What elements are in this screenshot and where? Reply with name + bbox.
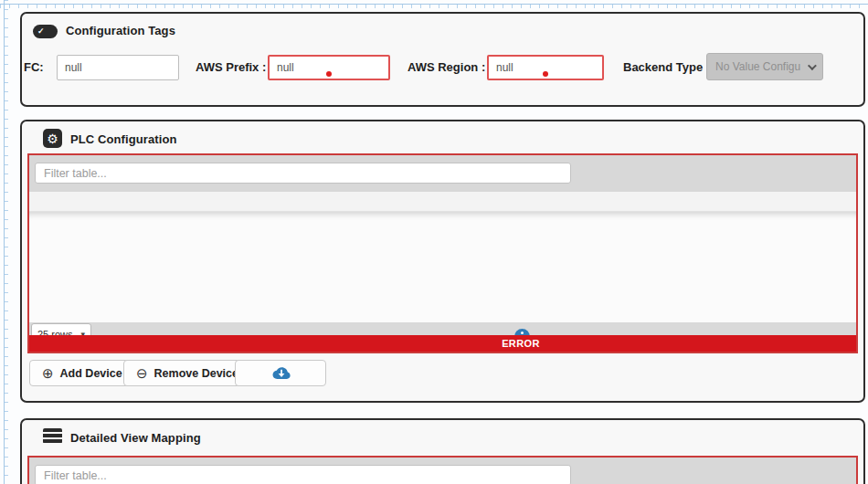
circled-minus-icon: ⊖: [136, 366, 148, 380]
aws-prefix-label: AWS Prefix :: [196, 55, 266, 80]
cloud-upload-button[interactable]: [235, 360, 326, 386]
chevron-down-icon: [808, 61, 817, 70]
plc-configuration-panel: ⚙ PLC Configuration 25 rows ▾ ERROR ⊕ Ad…: [20, 120, 865, 403]
aws-region-error-dot: [543, 71, 548, 77]
plc-configuration-title: PLC Configuration: [70, 132, 177, 146]
plc-filter-input[interactable]: [35, 163, 571, 184]
backend-type-value: No Value Configured: [715, 60, 800, 73]
backend-type-label: Backend Type :: [623, 55, 710, 80]
circled-plus-icon: ⊕: [42, 366, 54, 380]
table-rows-icon: [43, 428, 62, 444]
toggle-check-icon: ✓: [33, 25, 58, 38]
error-banner-label: ERROR: [502, 338, 540, 349]
canvas-ruler-left: [0, 0, 9, 484]
configuration-tags-title: Configuration Tags: [66, 24, 175, 37]
mapping-table: [27, 456, 858, 484]
cloud-download-icon: [269, 365, 292, 381]
backend-type-select[interactable]: No Value Configured: [706, 53, 823, 80]
canvas-ruler-top: [0, 0, 868, 9]
aws-prefix-error-dot: [326, 71, 332, 77]
add-device-label: Add Device: [60, 367, 122, 380]
remove-device-button[interactable]: ⊖ Remove Device: [123, 360, 251, 386]
gear-icon: ⚙: [43, 129, 62, 148]
mapping-filter-bar: [29, 458, 856, 484]
mapping-filter-input[interactable]: [35, 465, 571, 484]
add-device-button[interactable]: ⊕ Add Device: [29, 360, 135, 386]
aws-region-field: [487, 55, 604, 80]
error-banner: ERROR: [29, 335, 856, 352]
fc-input[interactable]: [57, 55, 179, 80]
detailed-view-mapping-title: Detailed View Mapping: [70, 431, 201, 445]
configuration-tags-panel: ✓ Configuration Tags FC: AWS Prefix : AW…: [20, 12, 865, 107]
fc-label: FC:: [24, 55, 44, 80]
plc-filter-bar: [29, 155, 856, 192]
remove-device-label: Remove Device: [154, 367, 238, 380]
plc-table: 25 rows ▾ ERROR: [27, 153, 858, 353]
detailed-view-mapping-panel: Detailed View Mapping: [20, 418, 865, 484]
aws-region-label: AWS Region :: [408, 55, 485, 80]
aws-prefix-field: [268, 55, 390, 80]
plc-table-header: [29, 192, 856, 212]
